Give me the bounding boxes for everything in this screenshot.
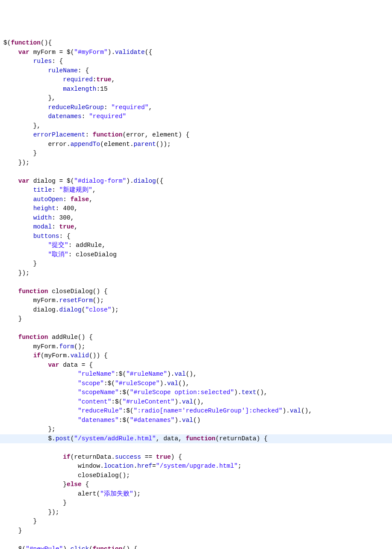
code-line: } (3, 499, 67, 506)
code-line: function closeDialog() { (3, 288, 108, 295)
code-line: $(function(){ (3, 39, 52, 46)
code-block: $(function(){ var myForm = $("#myForm").… (3, 39, 389, 549)
code-line: error.appendTo(element.parent()); (3, 141, 171, 148)
code-line: var myForm = $("#myForm").validate({ (3, 49, 152, 56)
code-line: "datenames":$("#datenames").val() (3, 417, 200, 424)
code-line: } (3, 315, 22, 322)
code-line: } (3, 518, 37, 525)
code-line: modal: true, (3, 223, 78, 230)
code-line: "scopeName":$("#ruleScope option:selecte… (3, 389, 268, 396)
code-line: autoOpen: false, (3, 196, 93, 203)
code-line: } (3, 260, 37, 267)
code-line: reduceRuleGroup: "required", (3, 104, 152, 111)
highlighted-line: $.post("/system/addRule.html", data, fun… (0, 434, 392, 444)
code-line: required:true, (3, 76, 115, 83)
code-line: "取消": closeDialog (3, 251, 117, 258)
code-line: maxlength:15 (3, 86, 108, 92)
code-line: closeDialog(); (3, 472, 130, 479)
code-line: }, (3, 122, 41, 129)
code-line: }); (3, 270, 29, 276)
code-line: myForm.form(); (3, 343, 85, 350)
code-line: if(returnData.success == true) { (3, 454, 182, 460)
code-line: var dialog = $("#dialog-form").dialog({ (3, 178, 163, 184)
code-line: "提交": addRule, (3, 242, 106, 249)
code-line: }); (3, 159, 29, 166)
code-line: rules: { (3, 58, 63, 65)
code-line: "reduceRule":$(":radio[name='reduceRuleG… (3, 407, 312, 414)
code-line: errorPlacement: function(error, element)… (3, 131, 189, 138)
code-line: function addRule() { (3, 334, 93, 341)
code-line: "scope":$("#ruleScope").val(), (3, 380, 189, 387)
code-line: "content":$("#ruleContent").val(), (3, 398, 204, 405)
code-line: datenames: "required" (3, 113, 126, 120)
code-line: $("#newRule").click(function() { (3, 546, 137, 549)
code-line: var data = { (3, 362, 93, 368)
code-line: }, (3, 95, 56, 101)
code-line: }; (3, 426, 56, 433)
code-line: window.location.href="/system/upgrade.ht… (3, 463, 242, 469)
code-line (3, 536, 7, 543)
code-line: "ruleName":$("#ruleName").val(), (3, 371, 197, 377)
code-line: alert("添加失败"); (3, 490, 141, 497)
code-line (3, 168, 7, 175)
code-line: } (3, 527, 22, 534)
code-line: } (3, 150, 37, 157)
code-line: width: 300, (3, 214, 74, 221)
code-line (3, 279, 7, 285)
code-line: buttons: { (3, 233, 71, 240)
code-line: title: "新建规则", (3, 187, 96, 193)
code-line (3, 325, 7, 332)
code-line: if(myForm.valid()) { (3, 352, 108, 359)
code-line: }); (3, 509, 59, 516)
code-line: myForm.resetForm(); (3, 297, 104, 304)
code-line: ruleName: { (3, 67, 89, 74)
code-line: dialog.dialog("close"); (3, 306, 119, 313)
code-line: }else { (3, 481, 89, 488)
code-line: height: 400, (3, 205, 78, 212)
